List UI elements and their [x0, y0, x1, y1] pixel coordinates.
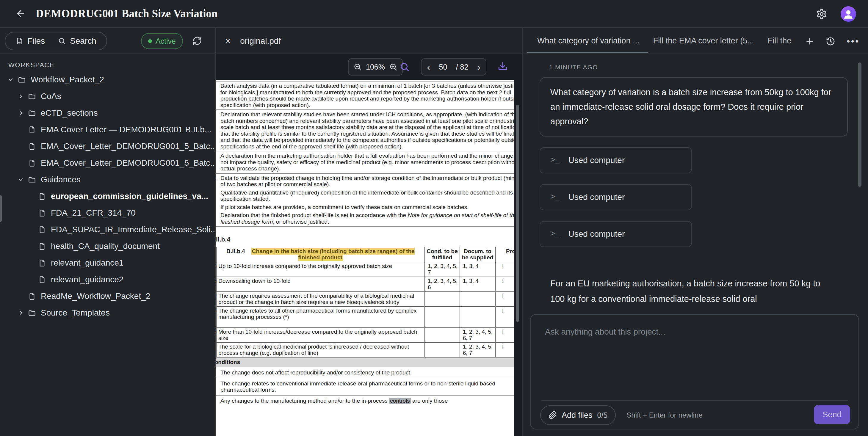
- download-button[interactable]: [498, 61, 508, 71]
- table-row: a) Up to 10-fold increase compared to th…: [216, 262, 514, 277]
- file-tree: Workflow_Packet_2 CoAs eCTD_sections EMA…: [0, 71, 215, 321]
- pdf-search-button[interactable]: [400, 62, 410, 72]
- table-header-row: B.II.b.4 Change in the batch size (inclu…: [216, 247, 514, 262]
- used-computer-card[interactable]: >_ Used computer: [539, 184, 692, 210]
- chat-input[interactable]: Ask anything about this project...: [545, 327, 859, 337]
- tree-item-label: eCTD_sections: [41, 108, 98, 118]
- chat-scrollbar[interactable]: [858, 62, 862, 187]
- used-computer-card[interactable]: >_ Used computer: [539, 221, 692, 247]
- tree-item-readme[interactable]: ReadMe_Workflow_Packet_2: [0, 288, 215, 305]
- tree-item-label: european_commission_guidelines_va...: [51, 191, 208, 201]
- pdf-page: 7. Batch analysis data (in a comparative…: [216, 80, 514, 436]
- terminal-icon: >_: [550, 156, 560, 165]
- table-row: c) The change requires assessment of the…: [216, 291, 514, 306]
- download-icon: [498, 61, 508, 71]
- arrow-left-icon: [16, 8, 26, 19]
- tree-item-source-templates[interactable]: Source_Templates: [0, 305, 215, 321]
- used-computer-card[interactable]: >_ Used computer: [539, 147, 692, 174]
- tree-item-label: EMA Cover Letter — DEMODRUG001 B.II.b...: [41, 125, 212, 134]
- zoom-out-icon[interactable]: [353, 63, 362, 71]
- file-icon: [38, 276, 46, 284]
- close-icon[interactable]: ×: [225, 35, 231, 47]
- table-title-cell: B.II.b.4 Change in the batch size (inclu…: [217, 247, 425, 262]
- tree-item-health-ca[interactable]: health_CA_quality_document: [0, 238, 215, 255]
- avatar[interactable]: [841, 6, 856, 22]
- add-files-button[interactable]: Add files 0/5: [540, 405, 616, 425]
- search-tab-label: Search: [70, 36, 96, 46]
- tree-item-fda-supac[interactable]: FDA_SUPAC_IR_Immediate_Release_Soli...: [0, 221, 215, 238]
- assistant-message: For an EU marketing authorisation, a bat…: [550, 276, 830, 307]
- tree-item-relevant-guidance1[interactable]: relevant_guidance1: [0, 255, 215, 271]
- tree-item-workflow-packet-2[interactable]: Workflow_Packet_2: [0, 71, 215, 88]
- tree-item-fda-21-cfr[interactable]: FDA_21_CFR_314_70: [0, 205, 215, 221]
- pdf-numbered-item: 7. Batch analysis data (in a comparative…: [216, 81, 514, 110]
- pdf-filename: original.pdf: [240, 36, 281, 46]
- settings-button[interactable]: [815, 7, 828, 21]
- chat-tab-active[interactable]: What category of variation ...: [537, 36, 640, 45]
- tree-item-label: Source_Templates: [41, 308, 110, 318]
- condition-number: 1.: [216, 369, 220, 376]
- status-badge-label: Active: [156, 37, 176, 45]
- sidebar-tab-group: Files Search: [5, 32, 107, 50]
- tree-item-european-commission-guidelines[interactable]: european_commission_guidelines_va...: [0, 188, 215, 205]
- newline-hint: Shift + Enter for newline: [626, 411, 702, 419]
- search-match-highlight: controls: [389, 398, 411, 404]
- next-page-button[interactable]: ›: [477, 62, 480, 72]
- tree-item-label: ReadMe_Workflow_Packet_2: [41, 291, 150, 301]
- chat-tab-bar: What category of variation ... Fill the …: [524, 28, 868, 54]
- condition-number: 3.: [216, 398, 220, 404]
- condition-number: 2.: [216, 380, 220, 393]
- condition-text: The change relates to conventional immed…: [220, 380, 514, 393]
- zoom-control: 106%: [348, 58, 403, 75]
- chat-tab[interactable]: Fill the EMA cover letter (5...: [653, 36, 754, 45]
- page-current[interactable]: 50: [439, 63, 447, 71]
- pdf-scrollbar[interactable]: [516, 105, 519, 322]
- chevron-down-icon: [7, 76, 14, 83]
- file-icon: [16, 37, 23, 45]
- pdf-viewer: × original.pdf 106% ‹ 50 / 82 ›: [215, 28, 523, 436]
- condition-item: 2. The change relates to conventional im…: [216, 378, 514, 395]
- back-button[interactable]: [14, 7, 27, 20]
- zoom-level: 106%: [366, 63, 385, 71]
- sidebar-toolbar: Files Search Active: [0, 28, 215, 54]
- folder-icon: [28, 93, 36, 100]
- zoom-in-icon[interactable]: [389, 63, 397, 71]
- tree-item-ema-cover-letter-5-2[interactable]: EMA_Cover_Letter_DEMODRUG001_5_Batc...: [0, 155, 215, 171]
- tree-item-label: FDA_21_CFR_314_70: [51, 208, 136, 218]
- tree-item-ema-cover-letter[interactable]: EMA Cover Letter — DEMODRUG001 B.II.b...: [0, 121, 215, 138]
- page-title: DEMODRUG001 Batch Size Variation: [36, 7, 218, 20]
- new-chat-button[interactable]: [805, 37, 814, 46]
- tree-item-coas[interactable]: CoAs: [0, 88, 215, 105]
- section-code: B.II.b.4: [216, 236, 514, 243]
- table-row: d) The change relates to all other pharm…: [216, 306, 514, 328]
- tree-item-guidances[interactable]: Guidances: [0, 171, 215, 188]
- sidebar-scrollbar[interactable]: [0, 195, 2, 222]
- paperclip-icon: [549, 411, 557, 419]
- chevron-down-icon: [17, 176, 24, 183]
- condition-text: The change does not affect reproducibili…: [220, 369, 514, 376]
- item-paragraph: Qualitative and quantitative (if require…: [220, 189, 514, 202]
- chat-tab[interactable]: Fill the: [768, 36, 792, 45]
- history-button[interactable]: [826, 37, 835, 46]
- tree-item-label: EMA_Cover_Letter_DEMODRUG001_5_Batc...: [41, 142, 217, 151]
- file-icon: [38, 259, 46, 267]
- terminal-icon: >_: [550, 229, 560, 239]
- more-menu-button[interactable]: •••: [846, 36, 860, 46]
- files-count: 0/5: [597, 411, 608, 419]
- sidebar-tab-search[interactable]: Search: [58, 36, 96, 46]
- refresh-icon: [192, 36, 202, 45]
- send-button[interactable]: Send: [814, 405, 850, 424]
- refresh-button[interactable]: [192, 36, 202, 45]
- tree-item-ectd-sections[interactable]: eCTD_sections: [0, 105, 215, 121]
- tree-item-ema-cover-letter-5-1[interactable]: EMA_Cover_Letter_DEMODRUG001_5_Batc...: [0, 138, 215, 155]
- tree-item-label: relevant_guidance1: [51, 258, 123, 268]
- sidebar-tab-files[interactable]: Files: [16, 36, 45, 46]
- history-icon: [826, 37, 835, 46]
- file-icon: [38, 209, 46, 217]
- add-files-label: Add files: [562, 411, 593, 420]
- file-icon: [28, 126, 36, 134]
- previous-page-button[interactable]: ‹: [427, 62, 430, 72]
- table-row: f) The scale for a biological medicinal …: [216, 342, 514, 357]
- tree-item-relevant-guidance2[interactable]: relevant_guidance2: [0, 271, 215, 288]
- chat-input-card: Ask anything about this project... Add f…: [530, 314, 859, 430]
